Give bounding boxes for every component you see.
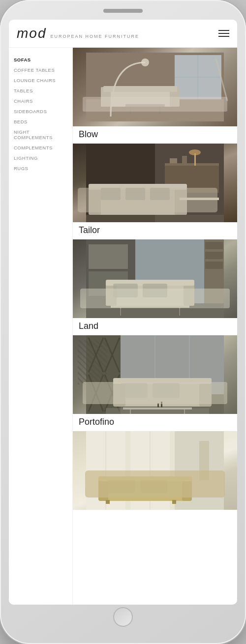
sidebar-item-sideboards[interactable]: SIDEBOARDS [14,106,67,117]
svg-rect-84 [98,476,192,481]
content-area: SOFAS COFFEE TABLES LOUNGE CHAIRS TABLES… [9,48,237,605]
hamburger-line-3 [218,36,229,37]
svg-rect-28 [180,198,219,200]
sidebar: SOFAS COFFEE TABLES LOUNGE CHAIRS TABLES… [9,48,73,605]
svg-rect-86 [140,480,167,493]
product-blow-label: Blow [73,126,237,144]
svg-rect-44 [143,284,167,297]
product-land-label: Land [73,318,237,335]
svg-rect-16 [165,163,219,193]
svg-rect-29 [170,158,177,163]
sidebar-item-lighting[interactable]: LIGHTING [14,153,67,163]
svg-rect-82 [98,478,108,501]
svg-rect-26 [150,188,170,200]
sidebar-item-coffee-tables[interactable]: COFFEE TABLES [14,65,67,75]
product-blow-image [73,48,237,126]
product-land: Land [73,239,237,335]
product-last-image [73,431,237,510]
svg-rect-87 [106,500,110,504]
svg-rect-83 [182,478,192,501]
svg-rect-37 [205,252,223,259]
svg-rect-24 [101,188,121,200]
svg-rect-33 [89,244,128,269]
hamburger-line-1 [218,30,229,31]
hamburger-menu[interactable] [218,30,229,37]
product-portofino: Portofino [73,335,237,431]
sidebar-item-sofas[interactable]: SOFAS [14,55,67,65]
phone-speaker [103,9,143,13]
svg-rect-85 [108,480,135,493]
svg-rect-72 [161,402,162,408]
svg-rect-65 [113,378,212,384]
svg-rect-21 [89,185,101,215]
svg-rect-80 [199,441,209,480]
sidebar-item-lounge-chairs[interactable]: LOUNGE CHAIRS [14,75,67,86]
product-portofino-image [73,335,237,414]
svg-rect-17 [165,163,219,166]
svg-rect-30 [182,156,187,163]
svg-rect-43 [113,284,138,297]
svg-rect-36 [205,242,223,249]
svg-rect-48 [86,308,224,318]
product-portofino-label: Portofino [73,414,237,431]
phone-bottom [9,610,237,624]
sidebar-item-night-complements[interactable]: NIGHT COMPLEMENTS [14,127,67,143]
svg-rect-14 [86,144,155,222]
phone-frame: mod European Home Furniture SOFAS COFFEE… [0,0,246,644]
product-tailor-image [73,144,237,222]
svg-rect-25 [125,188,145,200]
product-tailor-label: Tailor [73,222,237,239]
header: mod European Home Furniture [9,20,237,48]
svg-rect-20 [89,188,187,215]
svg-line-52 [89,338,103,372]
svg-rect-4 [86,99,224,121]
svg-rect-62 [113,382,212,407]
svg-rect-71 [157,403,159,408]
product-tailor: Tailor [73,144,237,239]
svg-point-12 [141,59,149,66]
sidebar-item-beds[interactable]: BEDS [14,117,67,127]
svg-rect-64 [199,380,212,407]
svg-line-51 [89,338,103,372]
home-button[interactable] [113,607,133,627]
svg-rect-66 [121,383,148,398]
svg-rect-67 [153,383,180,398]
main-content: Blow [73,48,237,605]
sidebar-item-complements[interactable]: COMPLEMENTS [14,143,67,153]
sidebar-item-tables[interactable]: TABLES [14,86,67,96]
product-last [73,431,237,510]
svg-rect-45 [111,306,189,308]
sidebar-item-chairs[interactable]: CHAIRS [14,96,67,106]
svg-rect-63 [113,380,125,407]
svg-point-19 [189,149,201,155]
product-blow: Blow [73,48,237,144]
svg-rect-27 [86,215,224,222]
svg-rect-38 [205,262,223,269]
svg-rect-81 [98,480,192,501]
svg-rect-88 [172,500,176,504]
product-land-image [73,239,237,318]
svg-rect-73 [106,408,209,414]
svg-rect-22 [175,185,187,215]
svg-rect-59 [121,335,224,394]
logo-area: mod European Home Furniture [17,26,139,41]
svg-rect-9 [125,104,165,107]
phone-screen: mod European Home Furniture SOFAS COFFEE… [9,20,237,605]
hamburger-line-2 [218,33,229,34]
logo-subtitle: European Home Furniture [50,34,139,39]
logo: mod [17,26,46,41]
svg-rect-23 [89,184,187,190]
sidebar-item-rugs[interactable]: RUGS [14,163,67,174]
